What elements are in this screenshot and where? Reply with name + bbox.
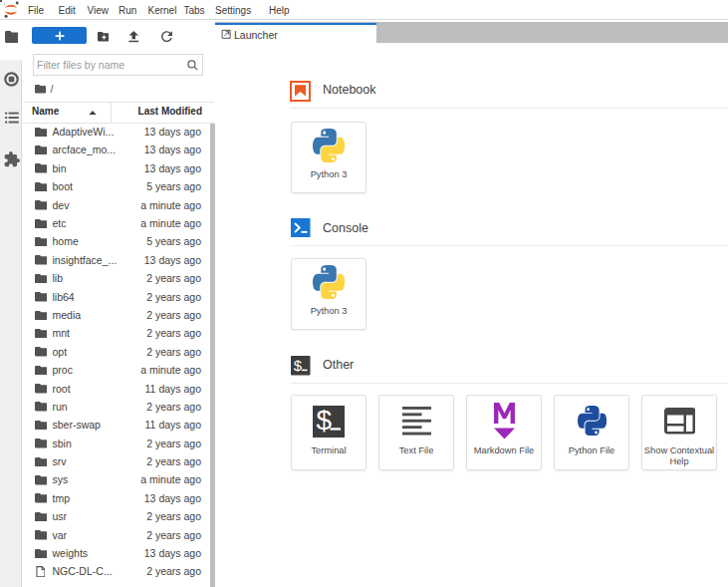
svg-text:$: $ <box>317 406 333 436</box>
svg-text:$: $ <box>294 357 303 374</box>
